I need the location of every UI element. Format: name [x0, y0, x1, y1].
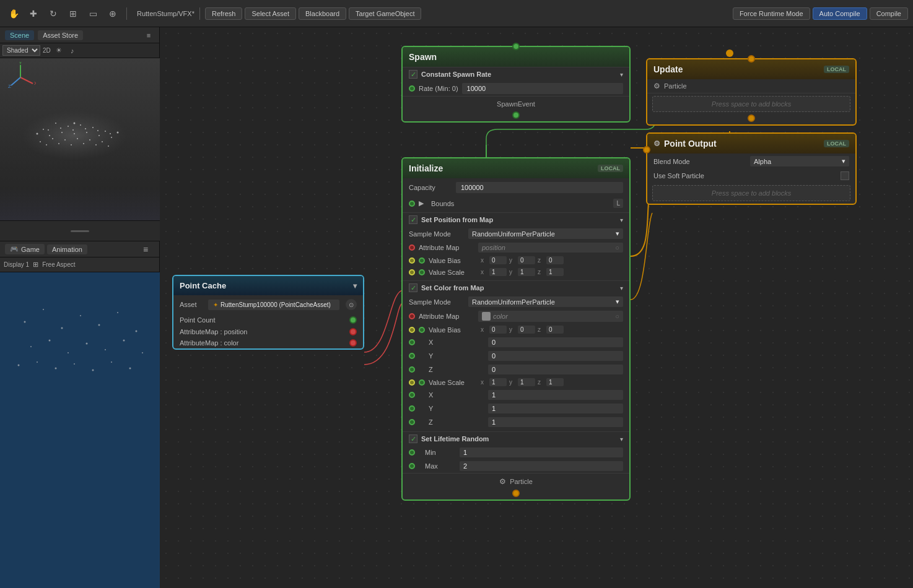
color-sx-val[interactable]: 1 — [488, 390, 623, 400]
refresh-button[interactable]: Refresh — [205, 7, 243, 20]
lifetime-max-val[interactable]: 2 — [460, 461, 623, 471]
position-scale-port[interactable] — [409, 269, 415, 275]
tool-transform[interactable]: ⊕ — [104, 5, 121, 22]
blend-mode-dropdown[interactable]: Alpha ▾ — [750, 156, 849, 166]
bias-y-val[interactable]: 0 — [518, 256, 535, 264]
soft-particle-checkbox[interactable] — [841, 171, 849, 180]
animation-tab[interactable]: Animation — [47, 244, 87, 254]
color-x-port[interactable] — [409, 339, 415, 345]
position-bias-port[interactable] — [409, 257, 415, 264]
top-toolbar: ✋ ✚ ↻ ⊞ ▭ ⊕ RuttenStump/VFX* Refresh Sel… — [0, 0, 913, 27]
asset-reset-btn[interactable]: ⊙ — [346, 299, 357, 310]
capacity-value[interactable]: 100000 — [456, 182, 623, 193]
tool-scale[interactable]: ⊞ — [64, 5, 82, 22]
tool-rotate[interactable]: ↻ — [45, 5, 62, 22]
svg-point-60 — [111, 361, 112, 363]
cache-collapse[interactable]: ▾ — [353, 282, 357, 290]
point-count-port[interactable] — [349, 316, 357, 324]
game-menu-icon[interactable]: ≡ — [137, 241, 154, 258]
color-scale-y[interactable]: 1 — [518, 378, 535, 386]
color-bias-x[interactable]: 0 — [489, 326, 507, 334]
blackboard-button[interactable]: Blackboard — [299, 7, 346, 20]
set-lifetime-arrow[interactable]: ▾ — [620, 436, 623, 443]
scale-y-val[interactable]: 1 — [518, 268, 535, 276]
scene-audio-icon[interactable]: ♪ — [67, 45, 78, 56]
output-left-port[interactable] — [643, 146, 650, 153]
asset-store-tab[interactable]: Asset Store — [38, 30, 83, 40]
position-sample-value[interactable]: RandomUniformPerParticle ▾ — [468, 228, 623, 239]
tool-add[interactable]: ✚ — [25, 5, 42, 22]
color-scale-port[interactable] — [409, 379, 415, 386]
attr-position-port[interactable] — [349, 328, 357, 335]
color-scale-x[interactable]: 1 — [489, 378, 507, 386]
spawn-rate-port[interactable] — [409, 85, 415, 92]
bias-z-val[interactable]: 0 — [546, 256, 564, 264]
color-scale-port2[interactable] — [419, 379, 425, 386]
view-mode-select[interactable]: Shaded — [2, 45, 40, 56]
game-tab[interactable]: 🎮 Game — [5, 244, 45, 254]
color-bias-z[interactable]: 0 — [546, 326, 564, 334]
position-scale-port2[interactable] — [419, 269, 425, 275]
init-bottom-port[interactable] — [512, 490, 520, 497]
update-bottom-port[interactable] — [748, 115, 755, 122]
color-sz-port[interactable] — [409, 419, 415, 425]
set-lifetime-check[interactable]: ✓ — [409, 435, 417, 443]
target-gameobject-button[interactable]: Target GameObject — [349, 7, 421, 20]
select-asset-button[interactable]: Select Asset — [245, 7, 296, 20]
position-bias-port2[interactable] — [419, 257, 425, 264]
lifetime-min-val[interactable]: 1 — [460, 447, 623, 457]
output-gear-icon: ⚙ — [653, 139, 660, 148]
set-position-check[interactable]: ✓ — [409, 215, 417, 224]
lifetime-max-port[interactable] — [409, 463, 415, 469]
scene-menu-icon[interactable]: ≡ — [143, 30, 154, 41]
spawn-bottom-port[interactable] — [512, 111, 520, 119]
color-y-val[interactable]: 0 — [488, 351, 623, 361]
color-y-port[interactable] — [409, 353, 415, 359]
bounds-icon[interactable]: L — [613, 199, 623, 208]
force-runtime-button[interactable]: Force Runtime Mode — [733, 7, 810, 20]
color-x-val[interactable]: 0 — [488, 337, 623, 347]
color-sy-port[interactable] — [409, 405, 415, 412]
color-attrmap-port[interactable] — [409, 313, 415, 319]
svg-text:Z: Z — [8, 84, 11, 89]
color-bias-port2[interactable] — [419, 327, 425, 333]
position-attrmap-value[interactable]: position ○ — [478, 243, 623, 253]
spawn-rate-check[interactable]: ✓ — [409, 70, 417, 79]
scale-z-val[interactable]: 1 — [546, 268, 564, 276]
color-bias-port[interactable] — [409, 327, 415, 333]
bounds-port[interactable] — [409, 201, 415, 207]
color-sample-value[interactable]: RandomUniformPerParticle ▾ — [468, 296, 623, 307]
spawn-rate-value[interactable]: 10000 — [462, 83, 623, 94]
color-bias-y[interactable]: 0 — [518, 326, 535, 334]
set-color-check[interactable]: ✓ — [409, 283, 417, 292]
color-z-port[interactable] — [409, 366, 415, 373]
spawn-top-port[interactable] — [512, 43, 520, 50]
lifetime-min-port[interactable] — [409, 449, 415, 456]
color-scale-z[interactable]: 1 — [546, 378, 564, 386]
color-attrmap-value[interactable]: color ○ — [478, 311, 623, 322]
color-sy-val[interactable]: 1 — [488, 404, 623, 413]
tool-hand[interactable]: ✋ — [5, 5, 22, 22]
spawn-rate-arrow[interactable]: ▾ — [620, 71, 623, 78]
set-position-arrow[interactable]: ▾ — [620, 217, 623, 223]
aspect-label: Free Aspect — [42, 261, 75, 268]
scene-tab[interactable]: Scene — [5, 30, 34, 40]
tool-rect[interactable]: ▭ — [84, 5, 102, 22]
update-top-port[interactable] — [748, 55, 755, 63]
bounds-arrow[interactable]: ▶ — [419, 199, 424, 207]
scale-x-val[interactable]: 1 — [489, 268, 507, 276]
bias-x-val[interactable]: 0 — [489, 256, 507, 264]
set-color-arrow[interactable]: ▾ — [620, 285, 623, 292]
compile-button[interactable]: Compile — [870, 7, 908, 20]
color-z-val[interactable]: 0 — [488, 365, 623, 374]
position-attrmap-port[interactable] — [409, 244, 415, 251]
scene-light-icon[interactable]: ☀ — [53, 45, 64, 56]
attr-color-port[interactable] — [349, 339, 357, 347]
svg-point-61 — [129, 368, 131, 370]
cache-asset-value[interactable]: ✦ RuttenStump100000 (PointCacheAsset) — [208, 300, 339, 310]
color-sz-val[interactable]: 1 — [488, 417, 623, 427]
color-sx-port[interactable] — [409, 392, 415, 398]
panel-resize-handle[interactable] — [0, 220, 160, 241]
capacity-label: Capacity — [409, 184, 452, 191]
auto-compile-button[interactable]: Auto Compile — [813, 7, 867, 20]
